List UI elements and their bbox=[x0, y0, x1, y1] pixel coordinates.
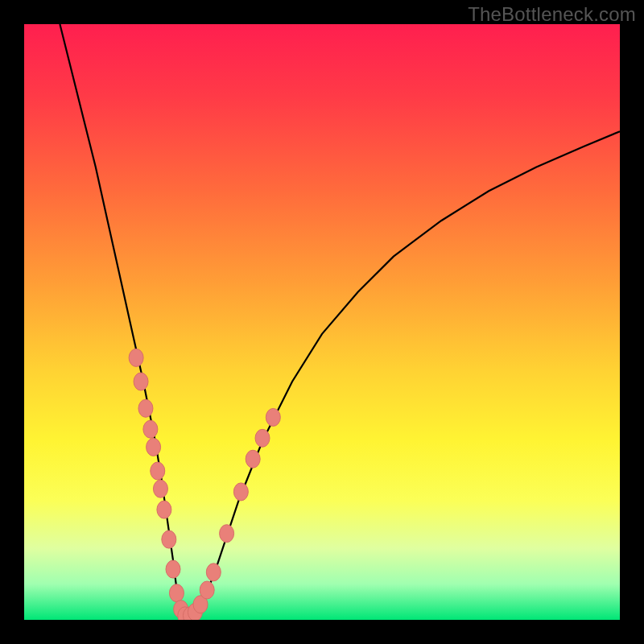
marker-dot bbox=[266, 408, 280, 426]
marker-dot bbox=[153, 480, 167, 497]
marker-dot bbox=[134, 373, 148, 390]
marker-dot bbox=[200, 581, 214, 599]
marker-dot bbox=[162, 530, 176, 548]
marker-dot bbox=[246, 450, 260, 468]
marker-dot bbox=[147, 438, 161, 456]
marker-dot bbox=[129, 349, 143, 366]
marker-dot bbox=[157, 501, 171, 518]
marker-dot bbox=[233, 483, 248, 501]
marker-dot bbox=[138, 399, 153, 417]
outer-frame: TheBottleneck.com bbox=[0, 0, 644, 644]
gradient-background bbox=[24, 24, 620, 620]
marker-dot bbox=[206, 564, 221, 581]
marker-dot bbox=[169, 584, 184, 602]
watermark-text: TheBottleneck.com bbox=[468, 3, 636, 26]
marker-dot bbox=[255, 429, 270, 447]
marker-dot bbox=[151, 462, 165, 480]
bottleneck-chart bbox=[24, 24, 620, 620]
plot-area bbox=[24, 24, 620, 620]
marker-dot bbox=[220, 525, 234, 543]
marker-dot bbox=[143, 420, 158, 438]
marker-dot bbox=[166, 560, 180, 578]
